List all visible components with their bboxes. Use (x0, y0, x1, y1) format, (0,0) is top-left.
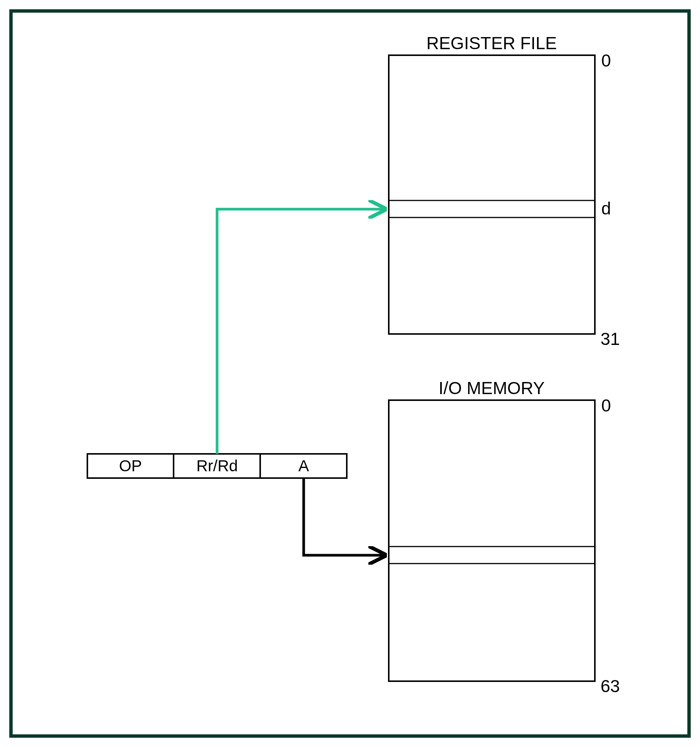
instruction-reg: Rr/Rd (196, 457, 238, 475)
diagram-canvas: REGISTER FILE 0 d 31 I/O MEMORY 0 63 OP … (0, 0, 700, 747)
io-memory-bottom-index: 63 (601, 676, 620, 696)
io-memory-title: I/O MEMORY (439, 378, 545, 398)
instruction-addr: A (298, 457, 309, 475)
register-file-bottom-index: 31 (601, 329, 620, 349)
instruction-op: OP (119, 457, 142, 475)
register-file-slot-label: d (601, 199, 611, 218)
outer-frame (11, 11, 689, 736)
register-file-top-index: 0 (601, 51, 611, 70)
io-memory-top-index: 0 (601, 396, 611, 415)
register-file-title: REGISTER FILE (426, 33, 557, 53)
